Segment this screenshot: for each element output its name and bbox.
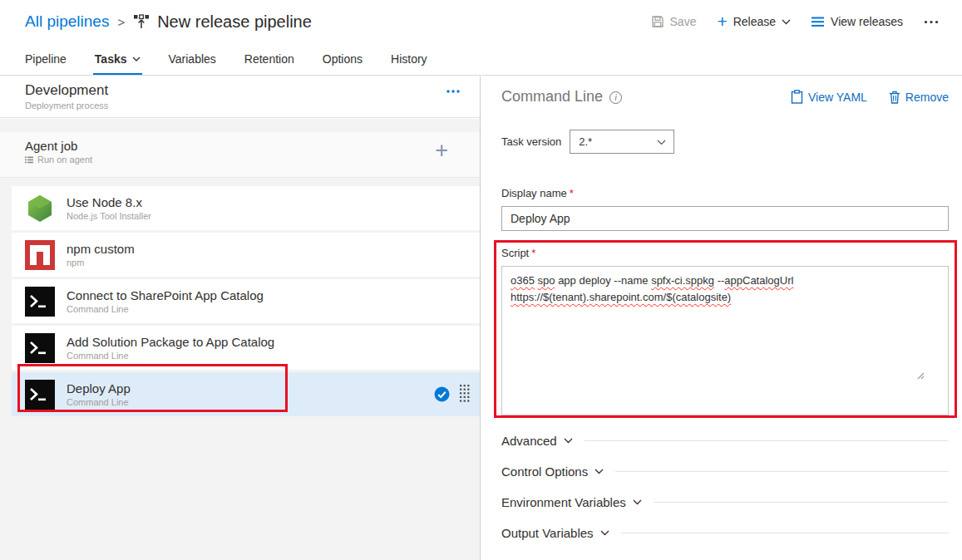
deployment-process-canvas: Agent job Run on agent + <box>0 119 480 560</box>
task-row-npm-custom[interactable]: npm custom npm <box>12 233 480 277</box>
app-root: All pipelines > New release pipeline <box>0 0 962 560</box>
view-releases-button[interactable]: View releases <box>812 15 903 28</box>
task-detail-panel: Command Line i View YAML <box>481 76 962 560</box>
save-button[interactable]: Save <box>651 15 697 28</box>
stage-header: Development Deployment process <box>0 76 480 118</box>
tab-pipeline[interactable]: Pipeline <box>25 43 67 75</box>
script-input[interactable]: o365 spo app deploy --name spfx-ci.sppkg… <box>501 266 949 415</box>
release-button[interactable]: + Release <box>717 14 791 30</box>
task-version-row: Task version 2.* <box>501 130 674 154</box>
agent-job-subtitle: Run on agent <box>25 155 480 165</box>
tab-variables[interactable]: Variables <box>169 43 216 75</box>
task-subtitle: Command Line <box>67 351 274 361</box>
detail-header: Command Line i View YAML <box>501 88 949 106</box>
selected-check-icon <box>434 386 450 402</box>
view-yaml-label: View YAML <box>808 91 867 104</box>
required-asterisk: * <box>570 187 574 199</box>
tab-history[interactable]: History <box>391 43 427 75</box>
task-subtitle: Command Line <box>67 397 131 407</box>
chevron-down-icon <box>594 469 604 474</box>
display-name-label: Display name* <box>501 187 574 199</box>
section-control-options[interactable]: Control Options <box>501 456 949 487</box>
section-advanced[interactable]: Advanced <box>501 425 949 456</box>
detail-title: Command Line i <box>501 88 622 106</box>
required-asterisk: * <box>531 247 535 259</box>
nodejs-icon <box>25 194 55 224</box>
npm-icon <box>25 240 55 270</box>
terminal-icon <box>25 287 55 317</box>
script-group: Script* o365 spo app deploy --name spfx-… <box>501 245 949 415</box>
ellipsis-icon <box>924 20 939 24</box>
remove-label: Remove <box>905 91 949 104</box>
tab-bar: Pipeline Tasks Variables Retention Optio… <box>0 43 962 76</box>
script-label: Script* <box>501 247 535 259</box>
breadcrumb-all-pipelines[interactable]: All pipelines <box>25 12 109 31</box>
add-task-button[interactable]: + <box>435 140 448 162</box>
save-label: Save <box>670 15 697 28</box>
terminal-icon <box>25 380 55 410</box>
tab-retention[interactable]: Retention <box>244 43 294 75</box>
section-environment-variables[interactable]: Environment Variables <box>501 487 949 518</box>
task-subtitle: Node.js Tool Installer <box>67 211 151 221</box>
drag-handle[interactable] <box>460 385 470 403</box>
task-version-value: 2.* <box>579 135 592 148</box>
tab-options[interactable]: Options <box>323 43 363 75</box>
list-icon <box>812 17 825 27</box>
task-list: Use Node 8.x Node.js Tool Installer npm … <box>12 186 480 416</box>
task-title: npm custom <box>67 242 135 256</box>
chevron-down-icon <box>564 438 573 444</box>
task-title: Connect to SharePoint App Catalog <box>67 288 264 302</box>
stage-title: Development <box>25 82 460 99</box>
task-title: Use Node 8.x <box>67 195 151 209</box>
plus-icon: + <box>717 12 727 30</box>
trash-icon <box>889 91 900 104</box>
chevron-down-icon <box>132 56 141 61</box>
agent-job-title: Agent job <box>25 139 480 153</box>
resize-handle[interactable] <box>916 337 946 413</box>
display-name-input[interactable] <box>501 206 949 231</box>
agent-icon <box>25 156 33 164</box>
chevron-down-icon <box>633 499 642 505</box>
release-label: Release <box>733 15 776 28</box>
topbar: All pipelines > New release pipeline <box>0 0 962 43</box>
task-row-deploy-app[interactable]: Deploy App Command Line <box>12 372 480 416</box>
save-icon <box>651 15 664 28</box>
tab-tasks[interactable]: Tasks <box>95 43 141 75</box>
stage-subtitle: Deployment process <box>25 101 460 111</box>
clipboard-icon <box>791 90 803 104</box>
task-version-dropdown[interactable]: 2.* <box>570 130 674 154</box>
task-title: Add Solution Package to App Catalog <box>67 335 274 349</box>
view-releases-label: View releases <box>831 15 903 28</box>
more-button[interactable] <box>924 20 939 24</box>
collapsible-sections: Advanced Control Options Env <box>501 425 949 548</box>
terminal-icon <box>25 333 55 363</box>
info-icon[interactable]: i <box>609 91 622 104</box>
header-actions: Save + Release View releases <box>651 0 939 43</box>
task-row-use-node[interactable]: Use Node 8.x Node.js Tool Installer <box>12 186 480 230</box>
section-output-variables[interactable]: Output Variables <box>501 518 949 548</box>
task-title: Deploy App <box>67 381 131 395</box>
task-subtitle: Command Line <box>67 304 264 314</box>
task-version-label: Task version <box>501 135 561 148</box>
task-subtitle: npm <box>67 258 135 268</box>
chevron-down-icon <box>600 530 609 536</box>
chevron-down-icon <box>782 19 791 25</box>
display-name-group: Display name* <box>501 185 949 231</box>
stage-more-button[interactable] <box>446 90 460 93</box>
breadcrumb-separator: > <box>116 15 126 29</box>
view-yaml-button[interactable]: View YAML <box>791 90 867 104</box>
page-title: New release pipeline <box>157 12 312 32</box>
tasks-panel: Development Deployment process Agent job <box>0 76 481 560</box>
remove-button[interactable]: Remove <box>889 91 949 104</box>
agent-job-row[interactable]: Agent job Run on agent + <box>0 132 480 178</box>
task-row-add-solution[interactable]: Add Solution Package to App Catalog Comm… <box>12 326 480 370</box>
breadcrumb: All pipelines > New release pipeline <box>25 0 312 43</box>
release-pipeline-icon <box>133 13 150 30</box>
task-row-connect-catalog[interactable]: Connect to SharePoint App Catalog Comman… <box>12 279 480 323</box>
